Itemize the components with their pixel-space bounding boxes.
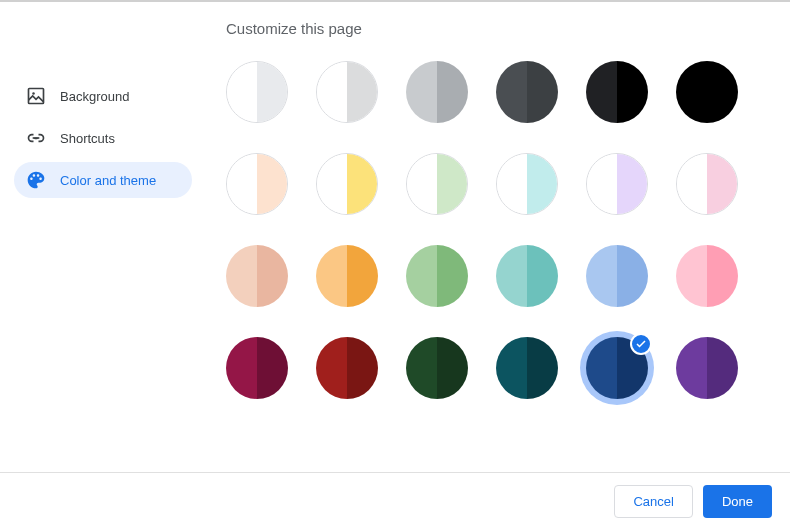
swatch-right-half [617,245,648,307]
swatch-right-half [527,61,558,123]
cancel-button[interactable]: Cancel [614,485,692,518]
main-panel: Customize this page [200,20,790,472]
color-swatch[interactable] [316,337,378,399]
swatch-right-half [617,154,647,214]
color-swatch[interactable] [586,337,648,399]
color-swatch[interactable] [316,153,378,215]
swatch-inner [226,245,288,307]
color-swatch[interactable] [586,245,648,307]
swatch-inner [226,61,288,123]
swatch-inner [316,61,378,123]
color-swatch[interactable] [676,245,738,307]
color-swatch[interactable] [496,153,558,215]
swatch-left-half [496,61,527,123]
sidebar-item-label: Shortcuts [60,131,115,146]
swatch-right-half [527,245,558,307]
color-swatch[interactable] [406,153,468,215]
color-swatch-grid [226,61,766,399]
color-swatch[interactable] [316,245,378,307]
swatch-right-half [707,245,738,307]
swatch-right-half [437,245,468,307]
done-button[interactable]: Done [703,485,772,518]
color-swatch[interactable] [406,61,468,123]
swatch-left-half [316,337,347,399]
palette-icon [26,170,46,190]
swatch-left-half [677,154,707,214]
swatch-left-half [676,61,707,123]
swatch-left-half [676,245,707,307]
swatch-inner [316,337,378,399]
color-swatch[interactable] [496,61,558,123]
swatch-inner [316,245,378,307]
dialog-title: Customize this page [226,20,766,37]
color-swatch[interactable] [586,153,648,215]
swatch-left-half [496,245,527,307]
swatch-left-half [227,62,257,122]
background-icon [26,86,46,106]
swatch-left-half [226,337,257,399]
color-swatch[interactable] [676,337,738,399]
swatch-right-half [257,154,287,214]
swatch-left-half [496,337,527,399]
sidebar-item-color-theme[interactable]: Color and theme [14,162,192,198]
swatch-right-half [257,337,288,399]
swatch-inner [316,153,378,215]
svg-rect-0 [29,89,44,104]
swatch-inner [406,337,468,399]
sidebar-item-shortcuts[interactable]: Shortcuts [14,120,192,156]
swatch-inner [406,153,468,215]
swatch-inner [496,61,558,123]
color-swatch[interactable] [496,245,558,307]
color-swatch[interactable] [586,61,648,123]
color-swatch[interactable] [406,245,468,307]
swatch-inner [586,61,648,123]
color-swatch[interactable] [496,337,558,399]
swatch-right-half [527,337,558,399]
swatch-inner [676,337,738,399]
color-swatch[interactable] [226,61,288,123]
swatch-right-half [527,154,557,214]
svg-point-1 [32,92,35,95]
swatch-left-half [586,61,617,123]
sidebar-item-label: Background [60,89,129,104]
swatch-left-half [227,154,257,214]
color-swatch[interactable] [676,61,738,123]
color-swatch[interactable] [226,337,288,399]
swatch-right-half [347,245,378,307]
swatch-right-half [707,337,738,399]
color-swatch[interactable] [226,153,288,215]
swatch-right-half [347,337,378,399]
swatch-left-half [226,245,257,307]
customize-dialog: Background Shortcuts [0,0,790,530]
swatch-left-half [676,337,707,399]
swatch-left-half [497,154,527,214]
swatch-inner [586,245,648,307]
swatch-inner [496,245,558,307]
swatch-inner [496,153,558,215]
color-swatch[interactable] [676,153,738,215]
swatch-right-half [437,337,468,399]
swatch-inner [406,61,468,123]
swatch-right-half [257,245,288,307]
swatch-inner [406,245,468,307]
swatch-inner [496,337,558,399]
check-icon [630,333,652,355]
link-icon [26,128,46,148]
swatch-right-half [437,154,467,214]
sidebar-item-background[interactable]: Background [14,78,192,114]
swatch-left-half [406,61,437,123]
swatch-left-half [406,245,437,307]
color-swatch[interactable] [406,337,468,399]
swatch-left-half [406,337,437,399]
swatch-inner [226,153,288,215]
swatch-right-half [707,154,737,214]
color-swatch[interactable] [316,61,378,123]
color-swatch[interactable] [226,245,288,307]
swatch-inner [226,337,288,399]
swatch-left-half [317,62,347,122]
sidebar: Background Shortcuts [0,20,200,472]
swatch-inner [676,61,738,123]
swatch-inner [676,245,738,307]
swatch-left-half [586,337,617,399]
sidebar-item-label: Color and theme [60,173,156,188]
